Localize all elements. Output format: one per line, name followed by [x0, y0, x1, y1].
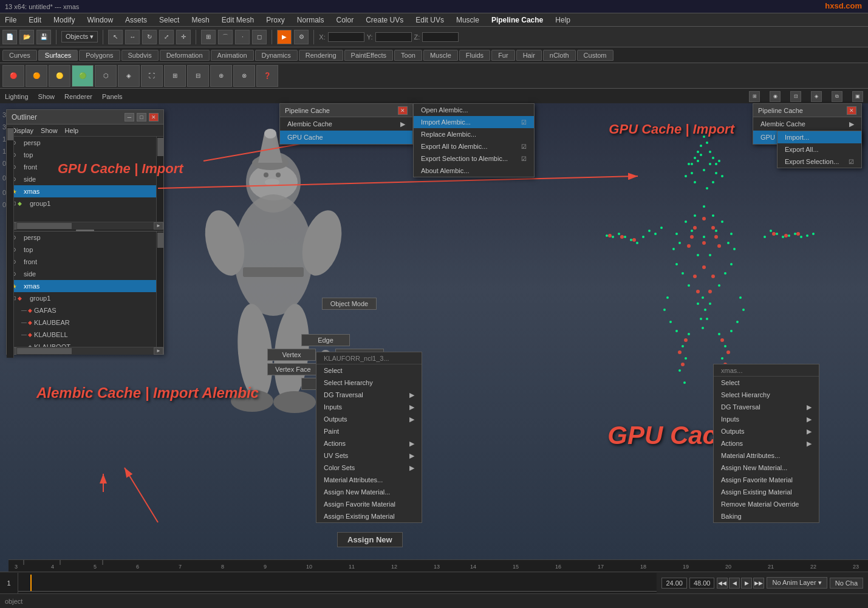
replace-alembic-item[interactable]: Replace Alembic...	[414, 128, 534, 140]
outliner-item-klaubell[interactable]: — ◆ KLAUBELL	[7, 329, 163, 341]
view-icon-5[interactable]: ⧉	[832, 91, 842, 102]
scale-icon[interactable]: ⤢	[159, 30, 174, 44]
prev-frame-btn[interactable]: ◀◀	[717, 578, 728, 589]
xmas-select-hier[interactable]: Select Hierarchy	[714, 389, 819, 401]
xmas-assign-existing[interactable]: Assign Existing Material	[714, 486, 819, 498]
tab-subdvis[interactable]: Subdvis	[121, 50, 159, 61]
shelf-icon-2[interactable]: 🟠	[26, 65, 47, 87]
menu-edit-mesh[interactable]: Edit Mesh	[219, 16, 256, 24]
klauforr-material-attr[interactable]: Material Attributes...	[316, 474, 422, 486]
xmas-dg-traversal[interactable]: DG Traversal ▶	[714, 401, 819, 413]
open-alembic-item[interactable]: Open Alembic...	[414, 104, 534, 116]
hscroll-bot-right-btn[interactable]: ►	[154, 347, 163, 355]
tab-fluids[interactable]: Fluids	[459, 50, 490, 61]
outliner-item-persp-bot[interactable]: ⊙ persp	[7, 231, 163, 244]
outliner-item-front-bot[interactable]: ⊙ front	[7, 256, 163, 268]
view-icon-1[interactable]: ⊞	[749, 91, 760, 102]
shelf-icon-4[interactable]: 🟢	[72, 65, 94, 87]
next-key-btn[interactable]: ▶▶	[753, 578, 764, 589]
outliner-item-klaubear[interactable]: — ◆ KLAUBEAR	[7, 316, 163, 329]
outliner-menu-display[interactable]: Display	[12, 127, 33, 134]
scroll-thumb-bottom[interactable]	[157, 233, 163, 248]
hscroll-bot-track[interactable]	[16, 347, 154, 355]
anim-layer-dropdown[interactable]: No Anim Layer ▾	[767, 577, 827, 589]
outliner-left-scroll[interactable]	[7, 127, 14, 358]
shelf-icon-11[interactable]: ⊗	[233, 65, 255, 87]
panels-menu[interactable]: Panels	[102, 93, 123, 100]
save-scene-icon[interactable]: 💾	[36, 30, 51, 44]
xmas-inputs[interactable]: Inputs ▶	[714, 413, 819, 425]
menu-color[interactable]: Color	[334, 16, 357, 24]
outliner-hscroll-bot[interactable]: ◄ ►	[7, 347, 163, 354]
xmas-assign-new-mat[interactable]: Assign New Material...	[714, 462, 819, 474]
prev-key-btn[interactable]: ◀	[729, 578, 740, 589]
snap-point-icon[interactable]: ·	[235, 30, 250, 44]
axis-z-input[interactable]	[422, 32, 459, 42]
rotate-icon[interactable]: ↻	[142, 30, 157, 44]
shelf-icon-6[interactable]: ◈	[118, 65, 140, 87]
klauforr-actions[interactable]: Actions ▶	[316, 437, 422, 449]
klauforr-select-hier[interactable]: Select Hierarchy	[316, 377, 422, 389]
outliner-maximize-btn[interactable]: □	[137, 113, 146, 121]
pipeline-alembic-cache-item[interactable]: Alembic Cache ▶	[280, 117, 412, 131]
outliner-item-xmas-bot[interactable]: ★ xmas	[7, 280, 163, 292]
objects-dropdown[interactable]: Objects ▾	[61, 31, 98, 43]
tab-animation[interactable]: Animation	[211, 50, 254, 61]
outliner-menu-show[interactable]: Show	[41, 127, 58, 134]
klauforr-assign-new[interactable]: Assign New Material...	[316, 486, 422, 498]
klauforr-dg-traversal[interactable]: DG Traversal ▶	[316, 389, 422, 401]
klauforr-select[interactable]: Select	[316, 364, 422, 377]
character-dropdown[interactable]: No Cha	[830, 578, 863, 589]
tab-deformation[interactable]: Deformation	[160, 50, 210, 61]
menu-edit-uvs[interactable]: Edit UVs	[413, 16, 446, 24]
shelf-icon-10[interactable]: ⊕	[210, 65, 232, 87]
edge-button[interactable]: Edge	[301, 334, 350, 346]
snap-grid-icon[interactable]: ⊞	[201, 30, 216, 44]
menu-normals[interactable]: Normals	[295, 16, 327, 24]
tab-fur[interactable]: Fur	[491, 50, 515, 61]
transform-icon[interactable]: ✛	[176, 30, 191, 44]
menu-proxy[interactable]: Proxy	[264, 16, 287, 24]
menu-edit[interactable]: Edit	[26, 16, 44, 24]
view-icon-2[interactable]: ◉	[770, 91, 781, 102]
translate-icon[interactable]: ↔	[125, 30, 140, 44]
start-frame-box[interactable]: 24.00	[661, 578, 687, 589]
shelf-icon-9[interactable]: ⊟	[187, 65, 209, 87]
outliner-item-persp-top[interactable]: ⊙ persp	[7, 137, 163, 149]
shelf-icon-5[interactable]: ⬡	[95, 65, 117, 87]
klauforr-paint[interactable]: Paint	[316, 425, 422, 437]
menu-mesh[interactable]: Mesh	[189, 16, 211, 24]
open-scene-icon[interactable]: 📂	[19, 30, 34, 44]
menu-select[interactable]: Select	[157, 16, 182, 24]
play-btn[interactable]: ▶	[741, 578, 752, 589]
hscroll-thumb[interactable]	[17, 223, 72, 229]
outliner-item-xmas-top[interactable]: ★ xmas	[7, 185, 163, 197]
time-slider-track[interactable]	[18, 573, 657, 593]
export-sel-alembic-item[interactable]: Export Selection to Alembic... ☑	[414, 152, 534, 165]
hscroll-bot-thumb[interactable]	[17, 348, 72, 354]
shelf-icon-3[interactable]: 🟡	[49, 65, 70, 87]
menu-window[interactable]: Window	[84, 16, 115, 24]
menu-assets[interactable]: Assets	[123, 16, 149, 24]
xmas-remove-override[interactable]: Remove Material Override	[714, 498, 819, 510]
lighting-menu[interactable]: Lighting	[5, 93, 29, 100]
left-scroll-thumb[interactable]	[7, 128, 13, 140]
gpu-export-sel-item[interactable]: Export Selection... ☑	[777, 155, 861, 168]
pipeline-dialog-2-close[interactable]: ✕	[847, 106, 856, 115]
axis-x-input[interactable]	[328, 32, 364, 42]
select-icon[interactable]: ↖	[108, 30, 123, 44]
assign-new-button[interactable]: Assign New	[337, 532, 403, 547]
tab-hair[interactable]: Hair	[516, 50, 542, 61]
xmas-outputs[interactable]: Outputs ▶	[714, 425, 819, 437]
pipeline-dialog-1-close[interactable]: ✕	[398, 106, 408, 115]
outliner-item-group1-bot[interactable]: ⊡ ◆ group1	[7, 292, 163, 304]
renderer-menu[interactable]: Renderer	[64, 93, 92, 100]
hscroll-right-btn[interactable]: ►	[154, 222, 163, 230]
show-menu[interactable]: Show	[38, 93, 55, 100]
shelf-icon-7[interactable]: ⛶	[141, 65, 163, 87]
outliner-close-btn[interactable]: ✕	[149, 113, 159, 121]
new-scene-icon[interactable]: 📄	[2, 30, 17, 44]
klauforr-assign-fav[interactable]: Assign Favorite Material	[316, 498, 422, 510]
menu-file[interactable]: File	[2, 16, 19, 24]
xmas-select[interactable]: Select	[714, 377, 819, 389]
